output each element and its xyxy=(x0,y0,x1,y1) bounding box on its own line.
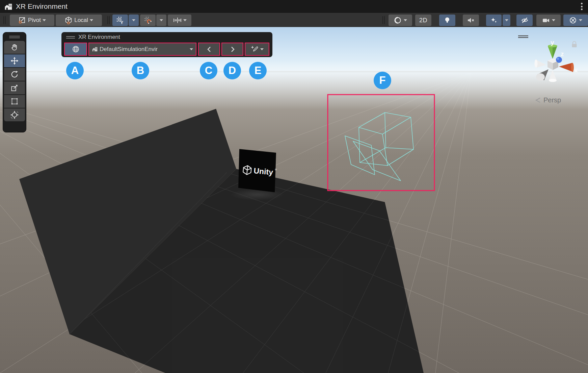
annotation-badge-c: C xyxy=(200,62,217,79)
toolbar-grip[interactable] xyxy=(107,16,111,24)
light-bulb-icon xyxy=(443,16,451,24)
eye-slash-icon xyxy=(520,16,529,24)
move-icon xyxy=(10,56,19,65)
window-title: XR Environment xyxy=(16,2,68,10)
rect-icon xyxy=(10,97,19,106)
kebab-menu-icon[interactable] xyxy=(578,2,585,11)
chevron-down-icon xyxy=(160,19,163,21)
tools-overlay xyxy=(3,32,26,132)
audio-mute-toggle[interactable] xyxy=(463,15,479,26)
axis-z-sphere[interactable] xyxy=(556,57,562,63)
visibility-toggle[interactable] xyxy=(516,15,533,26)
horizon-haze xyxy=(0,61,588,110)
camera-icon xyxy=(542,16,550,24)
hand-icon xyxy=(10,43,19,52)
transform-icon xyxy=(10,110,19,119)
chevron-down-icon xyxy=(404,19,407,21)
annotation-badge-d: D xyxy=(223,62,241,79)
transform-tool[interactable] xyxy=(4,108,25,121)
scale-tool[interactable] xyxy=(4,81,25,94)
annotation-badge-b: B xyxy=(132,62,149,79)
grid-visibility-dropdown[interactable] xyxy=(129,15,139,26)
light-toggle[interactable] xyxy=(439,15,455,26)
environment-toggle-button[interactable] xyxy=(64,43,87,56)
toolbar-grip[interactable] xyxy=(3,16,7,24)
projection-label: Persp xyxy=(543,96,561,104)
effects-dropdown[interactable] xyxy=(503,15,510,26)
chevron-right-icon xyxy=(230,46,235,52)
scene-viewport[interactable]: Unity ® xyxy=(0,27,588,373)
globe-icon xyxy=(72,45,80,53)
unity-window: Unity ® xyxy=(0,0,588,373)
audio-mute-icon xyxy=(466,16,475,24)
next-environment-button[interactable] xyxy=(221,43,243,56)
tools-overlay-handle[interactable] xyxy=(3,32,26,38)
xr-environment-overlay: XR Environment DefaultSimulationEnvir xyxy=(61,32,272,57)
chevron-down-icon xyxy=(90,19,93,21)
environment-dropdown[interactable]: DefaultSimulationEnvir xyxy=(88,43,196,56)
axis-x-label: x xyxy=(574,67,578,74)
pivot-icon xyxy=(18,16,26,24)
axis-y-label: y xyxy=(551,39,554,46)
pivot-label: Pivot xyxy=(28,17,41,24)
xr-overlay-handle[interactable] xyxy=(66,36,75,39)
chevron-down-icon xyxy=(505,19,508,21)
2d-toggle[interactable]: 2D xyxy=(415,15,431,26)
environment-dropdown-value: DefaultSimulationEnvir xyxy=(100,46,188,53)
snap-dropdown[interactable] xyxy=(156,15,166,26)
chevron-down-icon xyxy=(260,48,264,50)
chevron-left-icon xyxy=(207,46,212,52)
grid-visibility-icon: Y xyxy=(116,16,125,25)
local-cube-icon xyxy=(64,16,73,24)
create-environment-dropdown[interactable] xyxy=(245,43,269,56)
move-tool[interactable] xyxy=(4,54,25,67)
hand-tool[interactable] xyxy=(4,41,25,54)
window-titlebar: XR Environment xyxy=(0,0,588,13)
annotation-badge-e: E xyxy=(249,62,267,79)
prefab-icon xyxy=(92,46,98,52)
scene-toolbar: Pivot Local Y xyxy=(0,13,588,27)
2d-label: 2D xyxy=(419,17,427,24)
effects-toggle[interactable] xyxy=(486,15,502,26)
grid-size-dropdown[interactable] xyxy=(168,15,191,26)
logo-shadow xyxy=(230,189,284,200)
toolbar-grip[interactable] xyxy=(382,16,386,24)
rotate-tool[interactable] xyxy=(4,68,25,81)
effects-sparkle-icon xyxy=(490,16,498,24)
camera-dropdown[interactable] xyxy=(536,15,561,26)
chevron-down-icon xyxy=(190,48,193,50)
unity-logo-plane[interactable]: Unity ® xyxy=(238,149,277,192)
svg-text:Y: Y xyxy=(121,20,124,25)
annotation-badge-a: A xyxy=(66,62,84,79)
pencil-plus-icon xyxy=(251,45,259,53)
chevron-down-icon xyxy=(552,19,555,21)
shading-mode-icon xyxy=(394,16,402,24)
shading-mode-dropdown[interactable] xyxy=(389,15,412,26)
grid-visibility-toggle[interactable]: Y xyxy=(112,15,128,26)
pivot-dropdown[interactable]: Pivot xyxy=(10,15,54,26)
rect-tool[interactable] xyxy=(4,95,25,108)
unity-logo-text: Unity xyxy=(253,166,274,177)
rotate-icon xyxy=(10,70,19,79)
scale-icon xyxy=(10,83,19,92)
chevron-down-icon xyxy=(132,19,135,21)
chevron-down-icon xyxy=(579,19,582,21)
scene-gizmo-icon xyxy=(569,16,577,24)
xr-overlay-title: XR Environment xyxy=(78,34,120,41)
scene-gizmo-dropdown[interactable] xyxy=(563,15,588,26)
unity-prefab-icon xyxy=(4,2,13,11)
chevron-down-icon xyxy=(43,19,46,21)
previous-environment-button[interactable] xyxy=(198,43,220,56)
unity-logo-mark: ® xyxy=(275,168,277,171)
axis-z-label: z xyxy=(561,50,564,57)
snap-magnet-icon xyxy=(143,16,152,25)
snap-toggle[interactable] xyxy=(140,15,156,26)
annotation-badge-f: F xyxy=(374,72,391,89)
grid-size-icon xyxy=(173,16,182,24)
local-dropdown[interactable]: Local xyxy=(56,15,102,26)
chevron-down-icon xyxy=(183,19,187,21)
local-label: Local xyxy=(74,17,88,24)
